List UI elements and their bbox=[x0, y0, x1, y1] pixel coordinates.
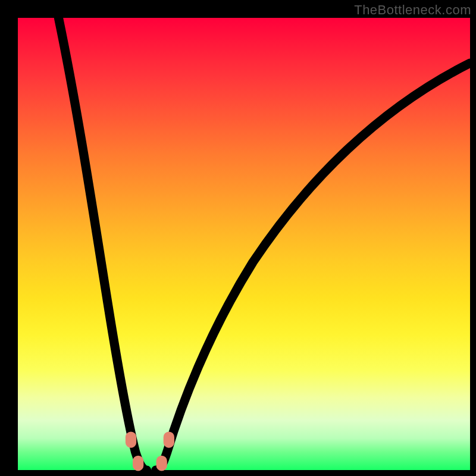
plot-area bbox=[18, 18, 470, 470]
marker-lower-right bbox=[156, 456, 167, 471]
marker-lower-left bbox=[133, 456, 143, 471]
watermark-text: TheBottleneck.com bbox=[354, 2, 471, 18]
chart-frame: TheBottleneck.com bbox=[0, 0, 476, 476]
curve-right bbox=[156, 63, 470, 470]
chart-svg bbox=[18, 18, 470, 470]
marker-upper-right bbox=[164, 431, 174, 447]
curve-left bbox=[58, 18, 146, 470]
marker-upper-left bbox=[126, 431, 136, 447]
